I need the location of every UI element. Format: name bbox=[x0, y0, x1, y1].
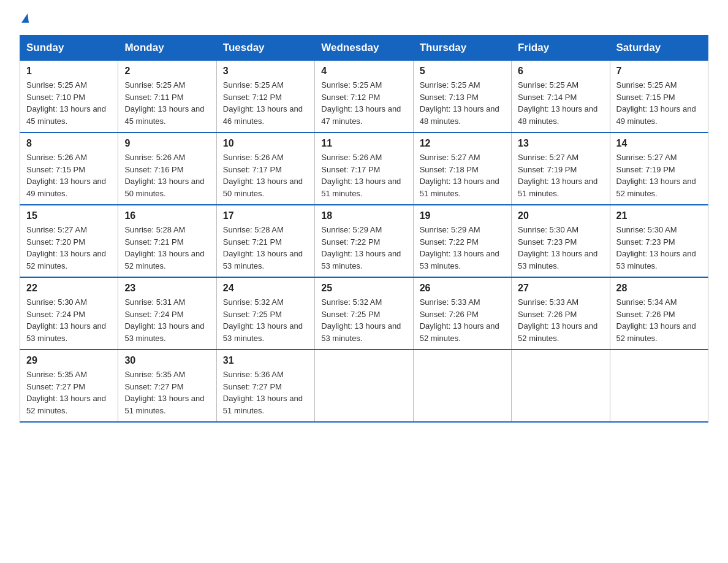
day-number: 4 bbox=[321, 66, 406, 77]
calendar-cell: 13 Sunrise: 5:27 AM Sunset: 7:19 PM Dayl… bbox=[512, 132, 610, 205]
calendar-cell: 4 Sunrise: 5:25 AM Sunset: 7:12 PM Dayli… bbox=[315, 61, 413, 133]
day-number: 11 bbox=[321, 138, 406, 149]
day-number: 28 bbox=[616, 283, 702, 294]
day-info: Sunrise: 5:30 AM Sunset: 7:23 PM Dayligh… bbox=[518, 224, 603, 272]
calendar-week-row: 29 Sunrise: 5:35 AM Sunset: 7:27 PM Dayl… bbox=[20, 350, 708, 422]
calendar-cell: 30 Sunrise: 5:35 AM Sunset: 7:27 PM Dayl… bbox=[118, 350, 216, 422]
day-info: Sunrise: 5:27 AM Sunset: 7:18 PM Dayligh… bbox=[420, 151, 505, 199]
day-number: 17 bbox=[223, 210, 308, 221]
day-info: Sunrise: 5:33 AM Sunset: 7:26 PM Dayligh… bbox=[420, 296, 505, 344]
day-info: Sunrise: 5:33 AM Sunset: 7:26 PM Dayligh… bbox=[518, 296, 603, 344]
day-number: 20 bbox=[518, 210, 603, 221]
day-number: 16 bbox=[124, 210, 210, 221]
column-header-friday: Friday bbox=[512, 36, 610, 61]
calendar-cell: 24 Sunrise: 5:32 AM Sunset: 7:25 PM Dayl… bbox=[216, 277, 314, 350]
calendar-cell: 29 Sunrise: 5:35 AM Sunset: 7:27 PM Dayl… bbox=[20, 350, 118, 422]
day-info: Sunrise: 5:32 AM Sunset: 7:25 PM Dayligh… bbox=[223, 296, 308, 344]
calendar-cell: 14 Sunrise: 5:27 AM Sunset: 7:19 PM Dayl… bbox=[610, 132, 708, 205]
column-header-wednesday: Wednesday bbox=[315, 36, 413, 61]
calendar-cell: 28 Sunrise: 5:34 AM Sunset: 7:26 PM Dayl… bbox=[610, 277, 708, 350]
day-info: Sunrise: 5:25 AM Sunset: 7:10 PM Dayligh… bbox=[26, 79, 112, 127]
day-info: Sunrise: 5:25 AM Sunset: 7:12 PM Dayligh… bbox=[223, 79, 308, 127]
day-number: 7 bbox=[616, 66, 702, 77]
column-header-saturday: Saturday bbox=[610, 36, 708, 61]
logo bbox=[20, 15, 29, 24]
day-number: 2 bbox=[124, 66, 210, 77]
day-info: Sunrise: 5:32 AM Sunset: 7:25 PM Dayligh… bbox=[321, 296, 406, 344]
day-number: 27 bbox=[518, 283, 603, 294]
day-number: 12 bbox=[420, 138, 505, 149]
day-info: Sunrise: 5:27 AM Sunset: 7:20 PM Dayligh… bbox=[26, 224, 112, 272]
day-number: 25 bbox=[321, 283, 406, 294]
day-number: 1 bbox=[26, 66, 112, 77]
day-number: 8 bbox=[26, 138, 112, 149]
day-number: 21 bbox=[616, 210, 702, 221]
day-info: Sunrise: 5:27 AM Sunset: 7:19 PM Dayligh… bbox=[616, 151, 702, 199]
day-number: 24 bbox=[223, 283, 308, 294]
day-info: Sunrise: 5:34 AM Sunset: 7:26 PM Dayligh… bbox=[616, 296, 702, 344]
calendar-cell: 31 Sunrise: 5:36 AM Sunset: 7:27 PM Dayl… bbox=[216, 350, 314, 422]
calendar-cell: 15 Sunrise: 5:27 AM Sunset: 7:20 PM Dayl… bbox=[20, 205, 118, 277]
day-info: Sunrise: 5:28 AM Sunset: 7:21 PM Dayligh… bbox=[124, 224, 210, 272]
day-info: Sunrise: 5:35 AM Sunset: 7:27 PM Dayligh… bbox=[124, 369, 210, 416]
day-number: 15 bbox=[26, 210, 112, 221]
calendar-cell: 18 Sunrise: 5:29 AM Sunset: 7:22 PM Dayl… bbox=[315, 205, 413, 277]
calendar-cell: 26 Sunrise: 5:33 AM Sunset: 7:26 PM Dayl… bbox=[413, 277, 511, 350]
calendar-cell: 11 Sunrise: 5:26 AM Sunset: 7:17 PM Dayl… bbox=[315, 132, 413, 205]
calendar-cell: 8 Sunrise: 5:26 AM Sunset: 7:15 PM Dayli… bbox=[20, 132, 118, 205]
day-info: Sunrise: 5:25 AM Sunset: 7:12 PM Dayligh… bbox=[321, 79, 406, 127]
calendar-cell: 5 Sunrise: 5:25 AM Sunset: 7:13 PM Dayli… bbox=[413, 61, 511, 133]
day-info: Sunrise: 5:29 AM Sunset: 7:22 PM Dayligh… bbox=[321, 224, 406, 272]
day-number: 22 bbox=[26, 283, 112, 294]
calendar-week-row: 1 Sunrise: 5:25 AM Sunset: 7:10 PM Dayli… bbox=[20, 61, 708, 133]
calendar-cell: 20 Sunrise: 5:30 AM Sunset: 7:23 PM Dayl… bbox=[512, 205, 610, 277]
calendar-week-row: 22 Sunrise: 5:30 AM Sunset: 7:24 PM Dayl… bbox=[20, 277, 708, 350]
day-number: 23 bbox=[124, 283, 210, 294]
day-info: Sunrise: 5:30 AM Sunset: 7:24 PM Dayligh… bbox=[26, 296, 112, 344]
day-info: Sunrise: 5:28 AM Sunset: 7:21 PM Dayligh… bbox=[223, 224, 308, 272]
calendar-cell: 25 Sunrise: 5:32 AM Sunset: 7:25 PM Dayl… bbox=[315, 277, 413, 350]
day-info: Sunrise: 5:29 AM Sunset: 7:22 PM Dayligh… bbox=[420, 224, 505, 272]
calendar-cell: 7 Sunrise: 5:25 AM Sunset: 7:15 PM Dayli… bbox=[610, 61, 708, 133]
calendar-cell: 12 Sunrise: 5:27 AM Sunset: 7:18 PM Dayl… bbox=[413, 132, 511, 205]
day-info: Sunrise: 5:31 AM Sunset: 7:24 PM Dayligh… bbox=[124, 296, 210, 344]
day-number: 19 bbox=[420, 210, 505, 221]
day-info: Sunrise: 5:26 AM Sunset: 7:17 PM Dayligh… bbox=[223, 151, 308, 199]
column-header-thursday: Thursday bbox=[413, 36, 511, 61]
calendar-cell: 21 Sunrise: 5:30 AM Sunset: 7:23 PM Dayl… bbox=[610, 205, 708, 277]
calendar-cell bbox=[315, 350, 413, 422]
day-number: 26 bbox=[420, 283, 505, 294]
calendar-table: SundayMondayTuesdayWednesdayThursdayFrid… bbox=[20, 35, 708, 423]
day-info: Sunrise: 5:26 AM Sunset: 7:16 PM Dayligh… bbox=[124, 151, 210, 199]
column-header-sunday: Sunday bbox=[20, 36, 118, 61]
calendar-cell bbox=[610, 350, 708, 422]
day-info: Sunrise: 5:36 AM Sunset: 7:27 PM Dayligh… bbox=[223, 369, 308, 416]
day-info: Sunrise: 5:26 AM Sunset: 7:15 PM Dayligh… bbox=[26, 151, 112, 199]
day-number: 10 bbox=[223, 138, 308, 149]
column-header-tuesday: Tuesday bbox=[216, 36, 314, 61]
day-info: Sunrise: 5:25 AM Sunset: 7:13 PM Dayligh… bbox=[420, 79, 505, 127]
calendar-cell: 10 Sunrise: 5:26 AM Sunset: 7:17 PM Dayl… bbox=[216, 132, 314, 205]
calendar-week-row: 8 Sunrise: 5:26 AM Sunset: 7:15 PM Dayli… bbox=[20, 132, 708, 205]
day-number: 6 bbox=[518, 66, 603, 77]
day-info: Sunrise: 5:25 AM Sunset: 7:15 PM Dayligh… bbox=[616, 79, 702, 127]
day-number: 18 bbox=[321, 210, 406, 221]
day-number: 5 bbox=[420, 66, 505, 77]
day-number: 29 bbox=[26, 355, 112, 366]
day-number: 14 bbox=[616, 138, 702, 149]
calendar-cell: 1 Sunrise: 5:25 AM Sunset: 7:10 PM Dayli… bbox=[20, 61, 118, 133]
calendar-header-row: SundayMondayTuesdayWednesdayThursdayFrid… bbox=[20, 36, 708, 61]
day-info: Sunrise: 5:27 AM Sunset: 7:19 PM Dayligh… bbox=[518, 151, 603, 199]
day-info: Sunrise: 5:25 AM Sunset: 7:14 PM Dayligh… bbox=[518, 79, 603, 127]
calendar-cell: 6 Sunrise: 5:25 AM Sunset: 7:14 PM Dayli… bbox=[512, 61, 610, 133]
day-number: 9 bbox=[124, 138, 210, 149]
calendar-week-row: 15 Sunrise: 5:27 AM Sunset: 7:20 PM Dayl… bbox=[20, 205, 708, 277]
calendar-cell: 9 Sunrise: 5:26 AM Sunset: 7:16 PM Dayli… bbox=[118, 132, 216, 205]
day-info: Sunrise: 5:30 AM Sunset: 7:23 PM Dayligh… bbox=[616, 224, 702, 272]
column-header-monday: Monday bbox=[118, 36, 216, 61]
day-number: 30 bbox=[124, 355, 210, 366]
calendar-cell: 16 Sunrise: 5:28 AM Sunset: 7:21 PM Dayl… bbox=[118, 205, 216, 277]
day-number: 13 bbox=[518, 138, 603, 149]
page-header bbox=[20, 15, 708, 24]
calendar-cell: 27 Sunrise: 5:33 AM Sunset: 7:26 PM Dayl… bbox=[512, 277, 610, 350]
